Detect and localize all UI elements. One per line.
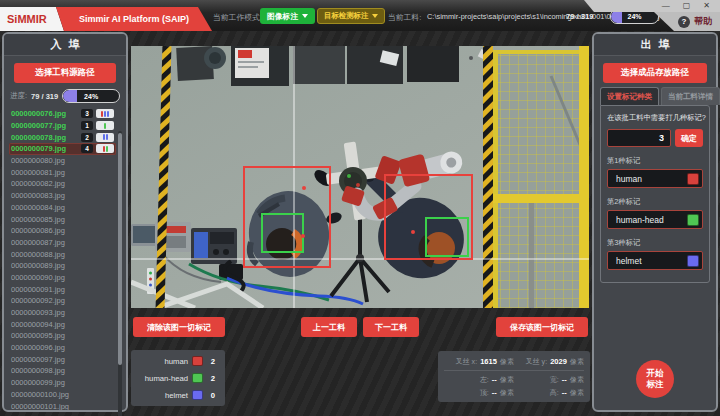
- file-list-item[interactable]: 0000000080.jpg: [9, 155, 116, 167]
- legend-label: human-head: [137, 374, 188, 383]
- work-mode-label: 当前工作模式:: [213, 12, 262, 23]
- file-list-item[interactable]: 0000000081.jpg: [9, 166, 116, 178]
- file-list-item[interactable]: 0000000091.jpg: [9, 283, 116, 295]
- clear-all-marks-button[interactable]: 清除该图一切标记: [133, 317, 225, 337]
- safety-fence: [483, 46, 589, 308]
- file-name: 0000000087.jpg: [11, 238, 114, 247]
- file-list-item[interactable]: 0000000090.jpg: [9, 272, 116, 284]
- file-list-item[interactable]: 0000000088.jpg: [9, 248, 116, 260]
- annotation-color-indicator: [96, 144, 114, 153]
- annotation-count-badge: 2: [81, 133, 93, 142]
- scrollbar-thumb[interactable]: [118, 133, 122, 365]
- mode-object-detection-dropdown[interactable]: 目标检测标注: [317, 8, 385, 24]
- legend-row: human-head 2: [137, 372, 219, 384]
- file-name: 0000000080.jpg: [11, 156, 114, 165]
- next-item-button[interactable]: 下一工料: [363, 317, 419, 337]
- window-chrome: — ▢ ✕: [572, 0, 720, 12]
- file-name: 0000000076.jpg: [11, 109, 78, 118]
- file-list-item[interactable]: 0000000092.jpg: [9, 295, 116, 307]
- mark-type-item: 第1种标记: [607, 156, 703, 188]
- file-list-item[interactable]: 0000000089.jpg: [9, 260, 116, 272]
- save-all-marks-button[interactable]: 保存该图一切标记: [496, 317, 588, 337]
- choose-output-path-button[interactable]: 选择成品存放路径: [603, 63, 707, 83]
- tab-current-item-details[interactable]: 当前工料详情: [661, 87, 720, 105]
- maximize-button[interactable]: ▢: [683, 0, 691, 12]
- top-bar: SiMMIR Simmir AI Platform (SAIP) 当前工作模式:…: [0, 0, 720, 31]
- file-list-item[interactable]: 00000000100.jpg: [9, 389, 116, 401]
- file-name: 0000000077.jpg: [11, 121, 78, 130]
- file-list-item[interactable]: 0000000097.jpg: [9, 353, 116, 365]
- file-name: 0000000085.jpg: [11, 215, 114, 224]
- file-name: 0000000081.jpg: [11, 168, 114, 177]
- start-annotation-button[interactable]: 开始标注: [636, 360, 674, 398]
- mark-color-swatch[interactable]: [687, 255, 699, 267]
- mark-name-input[interactable]: [614, 255, 684, 267]
- file-list-item[interactable]: 0000000098.jpg: [9, 365, 116, 377]
- file-name: 0000000088.jpg: [11, 250, 114, 259]
- file-list-item[interactable]: 00000000101.jpg: [9, 400, 116, 410]
- file-list-item[interactable]: 0000000087.jpg: [9, 237, 116, 249]
- file-name: 0000000091.jpg: [11, 285, 114, 294]
- mark-count-input[interactable]: [607, 129, 671, 147]
- mark-type-list: 第1种标记 第2种标记 第3种标记: [607, 156, 703, 270]
- legend-count: 2: [207, 357, 219, 366]
- file-list-item[interactable]: 0000000086.jpg: [9, 225, 116, 237]
- file-name: 0000000090.jpg: [11, 273, 114, 282]
- mark-name-input[interactable]: [614, 173, 684, 185]
- file-list-item[interactable]: 0000000077.jpg 1: [9, 120, 116, 132]
- file-list-item[interactable]: 0000000085.jpg: [9, 213, 116, 225]
- tab-set-mark-types[interactable]: 设置标记种类: [600, 87, 659, 105]
- legend-label: human: [137, 357, 188, 366]
- coordinate-field: 宽: -- 像素: [514, 375, 584, 385]
- annotation-color-indicator: [96, 133, 114, 142]
- file-list-item[interactable]: 0000000084.jpg: [9, 202, 116, 214]
- legend-label: helmet: [137, 391, 188, 400]
- file-list-item[interactable]: 0000000079.jpg 4: [9, 143, 116, 155]
- file-list-item[interactable]: 0000000076.jpg 3: [9, 108, 116, 120]
- file-list-item[interactable]: 0000000099.jpg: [9, 377, 116, 389]
- keypoint-dot: [302, 186, 306, 190]
- close-button[interactable]: ✕: [703, 0, 710, 12]
- file-name: 0000000098.jpg: [11, 366, 114, 375]
- file-list-item[interactable]: 0000000094.jpg: [9, 318, 116, 330]
- confirm-button[interactable]: 确定: [675, 129, 703, 147]
- annotation-count-badge: 4: [81, 144, 93, 153]
- image-canvas[interactable]: [131, 46, 589, 308]
- help-icon: ?: [678, 16, 690, 28]
- file-name: 0000000079.jpg: [11, 144, 78, 153]
- app-title-banner: Simmir AI Platform (SAIP): [56, 7, 212, 31]
- minimize-button[interactable]: —: [662, 0, 670, 12]
- mark-name-input[interactable]: [614, 214, 684, 226]
- import-progress-row: 进度: 79 / 319 24%: [4, 89, 126, 103]
- legend-color-swatch: [192, 373, 203, 383]
- file-list-item[interactable]: 0000000096.jpg: [9, 342, 116, 354]
- mode-image-annotation-dropdown[interactable]: 图像标注: [260, 8, 315, 24]
- file-name: 0000000089.jpg: [11, 261, 114, 270]
- import-panel: 入埠 选择工料源路径 进度: 79 / 319 24% 0000000076.j…: [2, 32, 128, 412]
- annotation-count-badge: 3: [81, 109, 93, 118]
- file-list-scrollbar[interactable]: [118, 131, 122, 416]
- legend-color-swatch: [192, 390, 203, 400]
- mark-color-swatch[interactable]: [687, 214, 699, 226]
- file-list-item[interactable]: 0000000078.jpg 2: [9, 131, 116, 143]
- choose-source-path-button[interactable]: 选择工料源路径: [14, 63, 116, 83]
- annotation-count-badge: 1: [81, 121, 93, 130]
- file-name: 0000000078.jpg: [11, 133, 78, 142]
- mark-count-question: 在该批工料中需要打几种标记?: [607, 113, 703, 123]
- file-name: 0000000086.jpg: [11, 226, 114, 235]
- file-list-item[interactable]: 0000000093.jpg: [9, 307, 116, 319]
- previous-item-button[interactable]: 上一工料: [301, 317, 357, 337]
- mark-types-group: 在该批工料中需要打几种标记? 确定 第1种标记 第2种标记: [600, 105, 710, 283]
- progress-percent: 24%: [63, 90, 119, 102]
- export-tabs: 设置标记种类 当前工料详情: [600, 87, 710, 105]
- legend-count: 2: [207, 374, 219, 383]
- import-progress-bar: 24%: [62, 89, 120, 103]
- keypoint-dot: [411, 230, 415, 234]
- file-list-item[interactable]: 0000000083.jpg: [9, 190, 116, 202]
- file-list-item[interactable]: 0000000082.jpg: [9, 178, 116, 190]
- current-file-label: 当前工料:: [388, 12, 421, 23]
- file-list-item[interactable]: 0000000095.jpg: [9, 330, 116, 342]
- mark-type-label: 第3种标记: [607, 238, 703, 248]
- mark-color-swatch[interactable]: [687, 173, 699, 185]
- coordinates-panel: 叉丝 x: 1615 像素 叉丝 y: 2029 像素 左: -- 像素 宽: …: [438, 351, 590, 402]
